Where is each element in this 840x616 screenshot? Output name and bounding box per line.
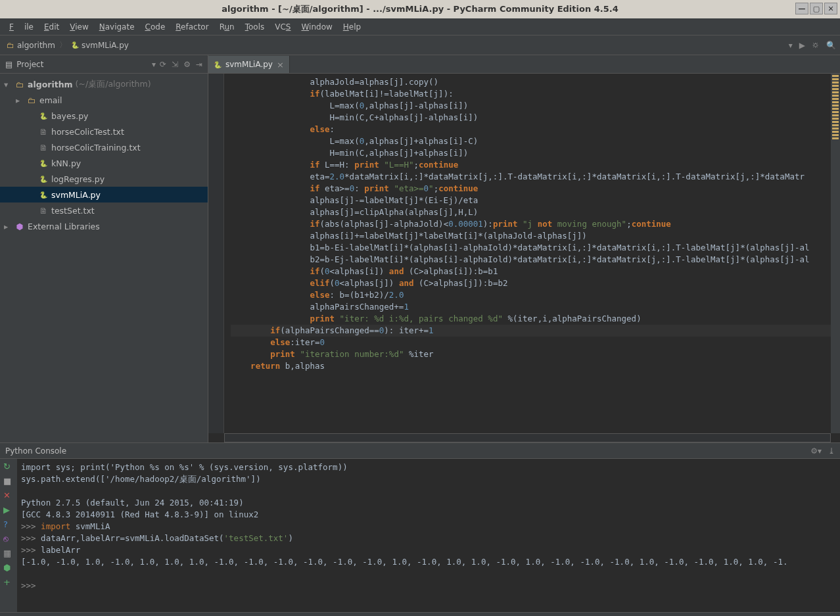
run-button-icon[interactable]: ▶ [799, 41, 805, 50]
show-vars-icon[interactable]: ▦ [3, 548, 14, 559]
editor-tabs: 🐍 svmMLiA.py × [208, 55, 840, 74]
menu-navigate[interactable]: Navigate [94, 20, 140, 34]
close-tab-icon[interactable]: × [277, 60, 284, 70]
close-console-icon[interactable]: ✕ [3, 490, 14, 501]
tree-item-bayes-py[interactable]: 🐍bayes.py [0, 108, 208, 124]
navigation-bar: 🗀 algorithm 〉 🐍 svmMLiA.py ▾ ▶ ⛭ 🔍 [0, 36, 840, 55]
project-view-icon: ▤ [5, 60, 12, 69]
console-header: Python Console ⚙▾ ⤓ [0, 443, 840, 459]
menu-run[interactable]: Run [214, 20, 240, 34]
minimize-button[interactable]: — [795, 3, 808, 14]
folder-icon: 🗀 [14, 80, 25, 89]
console-body: ↻ ■ ✕ ▶ ? ⎋ ▦ ⬢ + import sys; print('Pyt… [0, 459, 840, 612]
tree-item-testSet-txt[interactable]: 🗎testSet.txt [0, 202, 208, 218]
editor-tab-svmmlia[interactable]: 🐍 svmMLiA.py × [208, 56, 290, 73]
editor-area: 🐍 svmMLiA.py × alphaJold=alphas[j].copy(… [208, 55, 840, 442]
menu-edit[interactable]: Edit [39, 20, 64, 34]
settings-gear-icon[interactable]: ⚙ [183, 60, 191, 69]
project-tool-window: ▤ Project ▾ ⟳ ⇲ ⚙ ⇥ ▾ 🗀 algorithm (~/桌面/… [0, 55, 208, 442]
expand-arrow-icon[interactable]: ▸ [16, 95, 24, 105]
tree-item-horseColicTraining-txt[interactable]: 🗎horseColicTraining.txt [0, 139, 208, 155]
folder-icon: 🗀 [7, 41, 14, 50]
debug-icon[interactable]: ⬢ [3, 563, 14, 573]
collapse-all-icon[interactable]: ⇲ [172, 60, 178, 69]
text-file-icon: 🗎 [38, 143, 49, 153]
main-area: ▤ Project ▾ ⟳ ⇲ ⚙ ⇥ ▾ 🗀 algorithm (~/桌面/… [0, 55, 840, 442]
python-file-icon: 🐍 [71, 41, 79, 49]
new-console-icon[interactable]: + [3, 577, 14, 588]
tree-item-horseColicTest-txt[interactable]: 🗎horseColicTest.txt [0, 124, 208, 139]
tree-item-logRegres-py[interactable]: 🐍logRegres.py [0, 171, 208, 187]
project-tree[interactable]: ▾ 🗀 algorithm (~/桌面/algorithm) ▸🗀email🐍b… [0, 74, 208, 237]
tree-root[interactable]: ▾ 🗀 algorithm (~/桌面/algorithm) [0, 76, 208, 92]
run-config-dropdown[interactable]: ▾ [789, 41, 793, 50]
project-panel-title[interactable]: Project [16, 60, 148, 69]
tree-item-svmMLiA-py[interactable]: 🐍svmMLiA.py [0, 187, 208, 202]
tree-item-label: email [39, 95, 62, 105]
breadcrumb-file[interactable]: 🐍 svmMLiA.py [68, 39, 131, 51]
tree-item-label: kNN.py [51, 158, 81, 168]
tree-item-label: testSet.txt [51, 206, 95, 216]
menu-tools[interactable]: Tools [240, 20, 270, 34]
console-output[interactable]: import sys; print('Python %s on %s' % (s… [17, 459, 840, 612]
menu-vcs[interactable]: VCS [269, 20, 296, 34]
python-file-icon: 🐍 [38, 176, 49, 183]
console-settings-icon[interactable]: ⚙▾ [810, 446, 822, 456]
execute-icon[interactable]: ▶ [3, 505, 14, 515]
tree-root-path: (~/桌面/algorithm) [76, 79, 151, 90]
python-file-icon: 🐍 [38, 191, 49, 199]
expand-arrow-icon[interactable]: ▸ [4, 222, 12, 231]
console-title: Python Console [5, 446, 66, 456]
debug-button-icon[interactable]: ⛭ [812, 41, 820, 50]
tree-root-label: algorithm [28, 80, 73, 89]
close-button[interactable]: ✕ [824, 3, 837, 14]
toolbar-right: ▾ ▶ ⛭ 🔍 [789, 41, 836, 50]
expand-arrow-icon[interactable]: ▾ [4, 80, 12, 89]
menu-code[interactable]: Code [140, 20, 171, 34]
tree-item-label: horseColicTraining.txt [51, 143, 141, 153]
menu-refactor[interactable]: Refactor [170, 20, 214, 34]
hide-panel-icon[interactable]: ⇥ [196, 60, 202, 69]
window-title: algorithm - [~/桌面/algorithm] - .../svmML… [222, 3, 618, 15]
maximize-button[interactable]: ▢ [810, 3, 823, 14]
text-file-icon: 🗎 [38, 206, 49, 216]
code-editor[interactable]: alphaJold=alphas[j].copy() if(labelMat[i… [208, 74, 840, 433]
menu-help[interactable]: Help [338, 20, 366, 34]
editor-gutter[interactable] [208, 74, 224, 433]
tree-item-label: svmMLiA.py [51, 190, 101, 200]
horizontal-scrollbar[interactable] [224, 433, 831, 442]
text-file-icon: 🗎 [38, 127, 49, 137]
external-libraries-label: External Libraries [28, 222, 100, 231]
menu-file[interactable]: File [4, 20, 39, 34]
tree-external-libraries[interactable]: ▸ ⬢ External Libraries [0, 218, 208, 234]
breadcrumb-root[interactable]: 🗀 algorithm [4, 39, 58, 51]
rerun-icon[interactable]: ↻ [3, 462, 14, 472]
tree-item-label: horseColicTest.txt [51, 127, 124, 137]
scroll-from-source-icon[interactable]: ⟳ [160, 60, 166, 69]
menubar: File Edit View Navigate Code Refactor Ru… [0, 18, 840, 36]
breadcrumb-file-label: svmMLiA.py [82, 41, 129, 50]
tree-item-kNN-py[interactable]: 🐍kNN.py [0, 155, 208, 171]
project-view-dropdown[interactable]: ▾ [152, 60, 156, 69]
code-text[interactable]: alphaJold=alphas[j].copy() if(labelMat[i… [224, 74, 831, 433]
tree-item-label: logRegres.py [51, 174, 105, 184]
window-titlebar: algorithm - [~/桌面/algorithm] - .../svmML… [0, 0, 840, 18]
browse-history-icon[interactable]: ⎋ [3, 534, 14, 544]
editor-tab-label: svmMLiA.py [225, 60, 273, 69]
project-panel-header: ▤ Project ▾ ⟳ ⇲ ⚙ ⇥ [0, 55, 208, 74]
window-controls: — ▢ ✕ [795, 3, 837, 14]
stop-icon[interactable]: ■ [3, 476, 14, 486]
menu-view[interactable]: View [64, 20, 93, 34]
tree-item-email[interactable]: ▸🗀email [0, 92, 208, 108]
menu-window[interactable]: Window [296, 20, 337, 34]
tree-item-label: bayes.py [51, 111, 89, 121]
help-icon[interactable]: ? [3, 519, 14, 530]
libraries-icon: ⬢ [14, 222, 25, 231]
python-file-icon: 🐍 [38, 160, 49, 167]
status-bar [0, 612, 840, 616]
breadcrumb: 🗀 algorithm 〉 🐍 svmMLiA.py [4, 39, 131, 51]
error-stripe[interactable] [831, 74, 840, 433]
console-hide-icon[interactable]: ⤓ [828, 446, 835, 456]
search-icon[interactable]: 🔍 [826, 41, 836, 50]
python-file-icon: 🐍 [38, 112, 49, 120]
